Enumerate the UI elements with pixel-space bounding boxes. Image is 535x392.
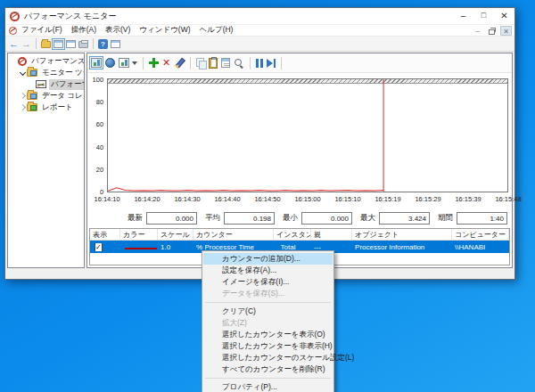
context-menu-item-6[interactable]: 拡大(Z) [203, 317, 333, 329]
stat-4: 期間1:40 [438, 212, 507, 225]
console-tree-toggle-icon[interactable] [54, 40, 63, 48]
view-current-activity-icon[interactable] [91, 58, 102, 68]
menu-item-0[interactable]: ファイル(F) [17, 25, 67, 36]
context-menu-item-2[interactable]: イメージを保存(I)... [203, 276, 333, 288]
x-tick-label: 16:14:10 [94, 195, 119, 203]
toolbar-separator [93, 38, 94, 49]
content-area: パフォーマンスモニター ツールパフォーマンス モニターデータ コレクター セット… [7, 53, 513, 268]
window-title: パフォーマンス モニター [24, 11, 453, 22]
mdi-restore-button[interactable] [486, 26, 498, 36]
main-pane: ✕ 100806040200 16:14:1016:14:2016:14:301… [86, 53, 513, 268]
console-window-icon[interactable] [66, 40, 76, 48]
chart-type-caret-icon[interactable] [132, 61, 137, 65]
context-menu-item-7[interactable]: 選択したカウンターを表示(O) [203, 329, 333, 340]
chevron-spacer [28, 80, 36, 88]
context-menu-item-9[interactable]: 選択したカウンターのスケール設定(L) [203, 352, 333, 363]
paste-counter-list-icon[interactable] [209, 58, 218, 69]
column-header-6[interactable]: オブジェクト [352, 229, 452, 240]
toolbar-separator [36, 38, 37, 49]
help-icon[interactable]: ? [98, 39, 108, 49]
x-tick-label: 16:15:19 [374, 195, 400, 203]
mdi-minimize-button[interactable]: – [472, 26, 483, 36]
menu-item-2[interactable]: 表示(V) [101, 25, 135, 36]
close-button[interactable]: ✕ [494, 8, 514, 24]
collapsed-chevron-icon[interactable] [19, 103, 27, 111]
tree-item-2[interactable]: パフォーマンス モニター [8, 78, 84, 90]
tree-item-4[interactable]: レポート [8, 102, 84, 113]
tree-item-label: レポート [40, 102, 75, 113]
y-tick-label: 20 [87, 166, 103, 174]
stat-label: 期間 [438, 213, 453, 224]
show-checkbox-cell[interactable]: ✓ [90, 243, 120, 251]
highlight-icon[interactable] [174, 58, 185, 69]
column-header-1[interactable]: カラー [120, 229, 158, 240]
properties-icon[interactable] [221, 58, 230, 68]
menu-items: ファイル(F)操作(A)表示(V)ウィンドウ(W)ヘルプ(H) [17, 25, 237, 36]
back-icon[interactable]: ← [9, 38, 19, 49]
x-tick-label: 16:14:40 [214, 195, 240, 203]
tree-item-3[interactable]: データ コレクター セット [8, 90, 84, 102]
stat-value: 0.198 [224, 212, 275, 225]
perfmon-icon [18, 57, 27, 66]
mdi-window-controls: – ✕ [472, 26, 512, 36]
toolbar-separator [250, 57, 251, 69]
chart-type-icon[interactable] [119, 58, 129, 68]
stat-2: 最小0.000 [283, 212, 352, 225]
stat-value: 3.424 [379, 212, 430, 225]
folder-collector-icon [27, 92, 37, 100]
context-menu-item-0[interactable]: カウンターの追加(D)... [203, 253, 333, 265]
stat-label: 平均 [205, 213, 220, 224]
title-bar: パフォーマンス モニター – □ ✕ [5, 8, 514, 24]
column-header-0[interactable]: 表示 [90, 229, 120, 240]
mdi-close-button[interactable]: ✕ [500, 26, 512, 36]
context-menu-item-12[interactable]: プロパティ(P)... [203, 381, 333, 392]
view-log-data-icon[interactable] [105, 58, 115, 68]
tree-item-1[interactable]: モニター ツール [8, 67, 84, 78]
forward-icon[interactable]: → [21, 38, 31, 49]
column-header-5[interactable]: 親 [311, 229, 352, 240]
collapsed-chevron-icon[interactable] [19, 92, 27, 100]
column-header-4[interactable]: インスタンス [274, 229, 311, 240]
zoom-icon[interactable] [234, 58, 244, 69]
toolbar-separator [143, 57, 144, 69]
y-tick-label: 60 [87, 120, 103, 128]
chart-plot[interactable] [107, 78, 508, 192]
column-header-7[interactable]: コンピューター [452, 229, 509, 240]
context-menu-item-1[interactable]: 設定を保存(A)... [203, 265, 333, 276]
column-header-2[interactable]: スケール [158, 229, 193, 240]
context-menu-item-8[interactable]: 選択したカウンターを非表示(H) [203, 340, 333, 352]
perfmon-window: パフォーマンス モニター – □ ✕ ファイル(F)操作(A)表示(V)ウィンド… [4, 7, 515, 280]
new-window-icon[interactable] [111, 40, 120, 48]
add-counter-icon[interactable] [149, 58, 159, 68]
context-menu-item-3[interactable]: データを保存(S)... [203, 288, 333, 299]
context-menu-item-10[interactable]: すべてのカウンターを削除(R) [203, 363, 333, 375]
tree-item-label: パフォーマンス [29, 56, 85, 67]
folder-monitor-icon [27, 69, 37, 77]
menu-item-4[interactable]: ヘルプ(H) [195, 25, 238, 36]
delete-counter-icon[interactable]: ✕ [162, 58, 170, 68]
column-header-3[interactable]: カウンター [193, 229, 274, 240]
expanded-chevron-icon[interactable] [19, 69, 27, 77]
counter-table-header: 表示カラースケールカウンターインスタンス親オブジェクトコンピューター [90, 229, 509, 241]
export-folder-icon[interactable] [41, 41, 51, 48]
color-cell [120, 243, 158, 251]
folder-report-icon [27, 103, 37, 111]
minimize-button[interactable]: – [453, 8, 473, 24]
freeze-display-icon[interactable] [256, 59, 263, 68]
menu-item-3[interactable]: ウィンドウ(W) [135, 25, 194, 36]
copy-properties-icon[interactable] [196, 58, 205, 68]
menu-item-1[interactable]: 操作(A) [67, 25, 101, 36]
scale-cell: 1.0 [158, 243, 193, 251]
context-menu-item-5[interactable]: クリア(C) [203, 306, 333, 317]
toolbar-separator [281, 57, 282, 69]
perfmon-toolbar: ✕ [87, 53, 512, 73]
stat-label: 最新 [128, 213, 143, 224]
printer-icon[interactable] [78, 41, 88, 48]
context-menu: カウンターの追加(D)...設定を保存(A)...イメージを保存(I)...デー… [202, 250, 334, 392]
show-checkbox[interactable]: ✓ [95, 243, 103, 251]
update-data-icon[interactable] [267, 59, 276, 68]
mdi-child-icon [9, 27, 17, 35]
tree-item-0[interactable]: パフォーマンス [8, 55, 84, 67]
maximize-button[interactable]: □ [473, 8, 494, 24]
tree-item-label: パフォーマンス モニター [49, 79, 85, 90]
